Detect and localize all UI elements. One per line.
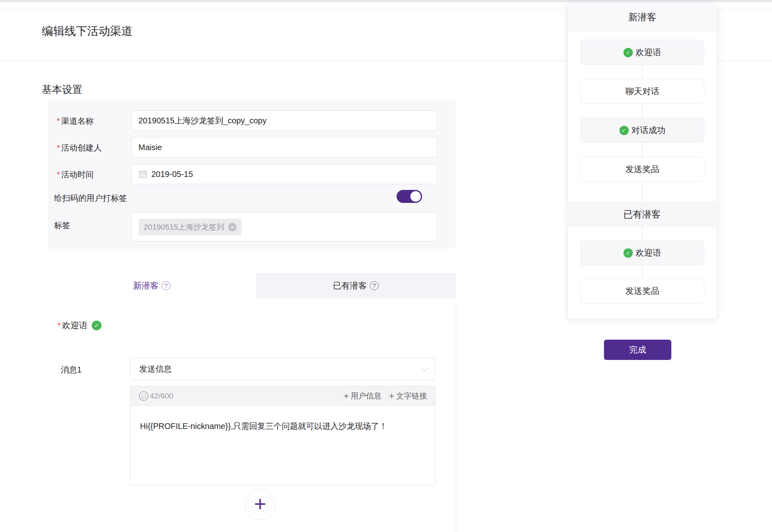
- check-icon: ✓: [619, 126, 629, 135]
- insert-text-link-button[interactable]: + 文字链接: [389, 391, 427, 401]
- message-type-value: 发送信息: [139, 364, 172, 375]
- connector-line: [642, 265, 643, 278]
- tag-users-label: 给扫码的用户打标签: [54, 193, 127, 204]
- tag-chip-text: 20190515上海沙龙签到: [144, 222, 224, 233]
- top-strip: [0, 0, 772, 2]
- flow-section-title-existing: 已有潜客: [567, 201, 717, 227]
- connector-line: [642, 104, 643, 118]
- calendar-icon: [138, 170, 147, 179]
- flow-section-title-new: 新潜客: [568, 3, 717, 32]
- creator-input[interactable]: [132, 137, 437, 157]
- page-title: 编辑线下活动渠道: [42, 24, 133, 39]
- check-icon: ✓: [92, 321, 101, 330]
- basic-settings-heading: 基本设置: [42, 83, 82, 96]
- flow-node-welcome[interactable]: ✓ 欢迎语: [580, 40, 704, 65]
- done-button[interactable]: 完成: [604, 340, 671, 360]
- smiley-icon[interactable]: [138, 391, 149, 401]
- required-mark: *: [57, 116, 60, 125]
- tag-users-toggle[interactable]: [397, 190, 422, 203]
- editor-toolbar: 42/600 + 用户信息 + 文字链接: [130, 386, 435, 406]
- required-mark: *: [57, 143, 60, 152]
- connector-line: [642, 65, 643, 79]
- plus-icon: +: [389, 391, 395, 401]
- connector-line: [642, 227, 643, 240]
- tag-label: 标签: [54, 220, 70, 231]
- char-counter: 42/600: [150, 392, 173, 401]
- channel-name-label: *渠道名称: [57, 116, 94, 127]
- creator-label: *活动创建人: [57, 142, 102, 153]
- basic-settings-panel: *渠道名称 *活动创建人 *活动时间 2019-05-15 给扫码的用户打标签 …: [48, 100, 456, 249]
- tab-existing-prospect-label: 已有潜客: [333, 280, 367, 291]
- add-message-button[interactable]: +: [245, 489, 276, 520]
- message-textarea[interactable]: Hi{{PROFILE-nickname}},只需回复三个问题就可以进入沙龙现场…: [130, 406, 435, 446]
- tab-existing-prospect[interactable]: 已有潜客 ?: [256, 273, 456, 298]
- flow-card: 新潜客 ✓ 欢迎语 聊天对话 ✓ 对话成功 发送奖品 已有潜客 ✓: [567, 2, 717, 319]
- plus-icon: +: [343, 391, 349, 401]
- event-time-label: *活动时间: [57, 169, 94, 180]
- plus-icon: +: [254, 493, 266, 515]
- flow-node-chat-success[interactable]: ✓ 对话成功: [580, 118, 704, 143]
- channel-name-input[interactable]: [132, 110, 437, 131]
- tag-chip[interactable]: 20190515上海沙龙签到 ×: [139, 219, 242, 235]
- required-mark: *: [58, 321, 61, 330]
- welcome-row: * 欢迎语 ✓: [58, 320, 101, 331]
- help-icon[interactable]: ?: [370, 281, 379, 290]
- chevron-down-icon: [421, 364, 428, 371]
- connector-line: [642, 143, 643, 157]
- event-time-value: 2019-05-15: [151, 170, 193, 179]
- flow-body: ✓ 欢迎语 聊天对话 ✓ 对话成功 发送奖品 已有潜客 ✓ 欢迎语: [568, 32, 717, 304]
- message-editor: 42/600 + 用户信息 + 文字链接 Hi{{PROFILE-nicknam…: [130, 386, 436, 485]
- tab-panel-right-border: [456, 298, 456, 532]
- tab-new-prospect[interactable]: 新潜客 ?: [48, 273, 256, 298]
- event-time-input[interactable]: 2019-05-15: [132, 164, 437, 184]
- message-type-select[interactable]: 发送信息: [130, 358, 436, 380]
- screen: 编辑线下活动渠道 基本设置 *渠道名称 *活动创建人 *活动时间 2019-05…: [0, 0, 772, 532]
- insert-user-info-button[interactable]: + 用户信息: [343, 391, 382, 401]
- connector-line: [642, 182, 643, 201]
- welcome-label: 欢迎语: [62, 320, 88, 331]
- flow-node-welcome-existing[interactable]: ✓ 欢迎语: [580, 240, 704, 265]
- tag-input[interactable]: 20190515上海沙龙签到 ×: [132, 212, 437, 241]
- tab-new-prospect-label: 新潜客: [133, 280, 159, 291]
- message-label: 消息1: [61, 364, 82, 375]
- close-icon[interactable]: ×: [228, 223, 237, 231]
- required-mark: *: [57, 170, 60, 179]
- flow-node-send-prize-existing[interactable]: 发送奖品: [580, 278, 704, 304]
- check-icon: ✓: [623, 248, 633, 258]
- toggle-knob: [410, 191, 421, 202]
- check-icon: ✓: [623, 48, 633, 57]
- help-icon[interactable]: ?: [162, 281, 170, 290]
- flow-node-send-prize[interactable]: 发送奖品: [580, 157, 704, 182]
- flow-node-chat[interactable]: 聊天对话: [580, 79, 704, 104]
